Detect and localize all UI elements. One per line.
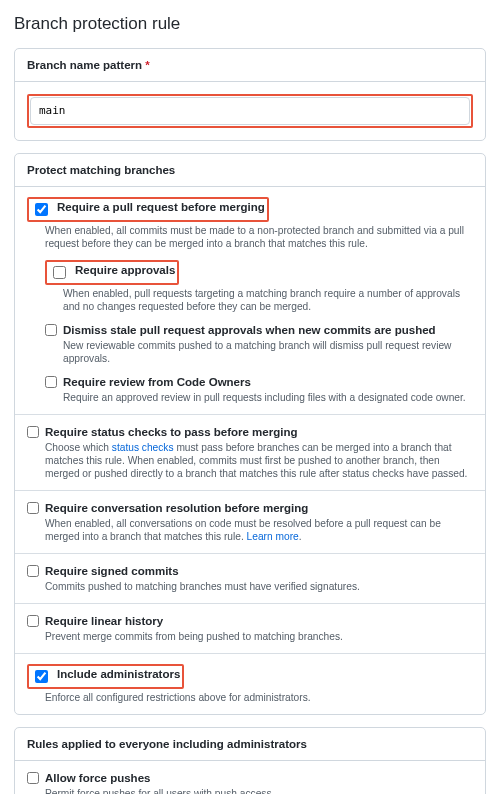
option-include-admins: Include administrators Enforce all confi… — [15, 653, 485, 714]
force-push-label: Allow force pushes — [45, 771, 150, 785]
option-signed: Require signed commits Commits pushed to… — [15, 553, 485, 603]
include-admins-label: Include administrators — [57, 667, 180, 681]
required-star: * — [145, 59, 149, 71]
status-checks-label: Require status checks to pass before mer… — [45, 425, 297, 439]
require-pr-desc: When enabled, all commits must be made t… — [45, 224, 473, 250]
require-approvals-label: Require approvals — [75, 263, 175, 277]
status-checks-link[interactable]: status checks — [112, 442, 174, 453]
include-admins-checkbox[interactable] — [35, 670, 48, 683]
force-push-desc: Permit force pushes for all users with p… — [45, 787, 473, 794]
linear-label: Require linear history — [45, 614, 163, 628]
include-admins-desc: Enforce all configured restrictions abov… — [45, 691, 473, 704]
require-approvals-desc: When enabled, pull requests targeting a … — [63, 287, 473, 313]
dismiss-stale-desc: New reviewable commits pushed to a match… — [63, 339, 473, 365]
signed-desc: Commits pushed to matching branches must… — [45, 580, 473, 593]
page-title: Branch protection rule — [14, 14, 486, 34]
signed-label: Require signed commits — [45, 564, 179, 578]
code-owners-label: Require review from Code Owners — [63, 375, 251, 389]
linear-checkbox[interactable] — [27, 615, 39, 627]
require-approvals-checkbox[interactable] — [53, 266, 66, 279]
signed-checkbox[interactable] — [27, 565, 39, 577]
option-status-checks: Require status checks to pass before mer… — [15, 414, 485, 490]
option-linear: Require linear history Prevent merge com… — [15, 603, 485, 653]
branch-pattern-header: Branch name pattern * — [15, 49, 485, 82]
code-owners-desc: Require an approved review in pull reque… — [63, 391, 473, 404]
status-checks-desc: Choose which status checks must pass bef… — [45, 441, 473, 480]
option-require-approvals: Require approvals When enabled, pull req… — [45, 260, 473, 313]
conversation-desc: When enabled, all conversations on code … — [45, 517, 473, 543]
option-code-owners: Require review from Code Owners Require … — [45, 375, 473, 404]
option-force-push: Allow force pushes Permit force pushes f… — [15, 761, 485, 794]
conversation-checkbox[interactable] — [27, 502, 39, 514]
option-require-pr: Require a pull request before merging Wh… — [15, 187, 485, 414]
conversation-label: Require conversation resolution before m… — [45, 501, 308, 515]
everyone-panel: Rules applied to everyone including admi… — [14, 727, 486, 794]
status-checks-checkbox[interactable] — [27, 426, 39, 438]
code-owners-checkbox[interactable] — [45, 376, 57, 388]
branch-pattern-input[interactable] — [30, 97, 470, 125]
require-pr-checkbox[interactable] — [35, 203, 48, 216]
everyone-header: Rules applied to everyone including admi… — [15, 728, 485, 761]
force-push-checkbox[interactable] — [27, 772, 39, 784]
option-conversation: Require conversation resolution before m… — [15, 490, 485, 553]
conversation-learn-more-link[interactable]: Learn more — [247, 531, 299, 542]
branch-pattern-panel: Branch name pattern * — [14, 48, 486, 141]
dismiss-stale-checkbox[interactable] — [45, 324, 57, 336]
require-pr-label: Require a pull request before merging — [57, 200, 265, 214]
protect-panel: Protect matching branches Require a pull… — [14, 153, 486, 715]
option-dismiss-stale: Dismiss stale pull request approvals whe… — [45, 323, 473, 365]
linear-desc: Prevent merge commits from being pushed … — [45, 630, 473, 643]
protect-header: Protect matching branches — [15, 154, 485, 187]
dismiss-stale-label: Dismiss stale pull request approvals whe… — [63, 323, 436, 337]
